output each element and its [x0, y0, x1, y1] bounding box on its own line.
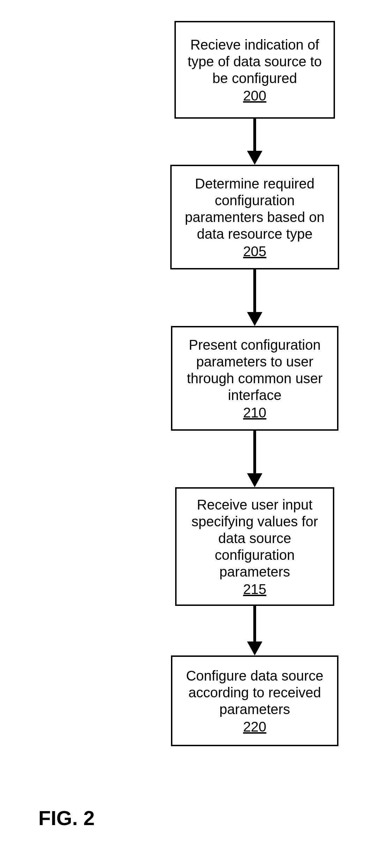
flow-step-ref: 210 — [243, 405, 267, 421]
flow-step-205: Determine required configuration paramen… — [170, 165, 339, 269]
flow-step-text: Receive user input specifying values for… — [184, 496, 326, 580]
arrow-down-icon — [247, 473, 262, 487]
flow-step-text: Configure data source according to recei… — [179, 667, 330, 718]
flow-step-text: Present configuration parameters to user… — [179, 336, 330, 403]
flow-arrow — [253, 119, 256, 154]
arrow-down-icon — [247, 641, 262, 655]
flow-step-ref: 215 — [243, 581, 267, 597]
flow-step-210: Present configuration parameters to user… — [171, 326, 338, 431]
flow-step-text: Recieve indication of type of data sourc… — [183, 36, 327, 87]
flow-arrow — [253, 269, 256, 315]
arrow-down-icon — [247, 151, 262, 165]
flow-step-200: Recieve indication of type of data sourc… — [174, 21, 335, 119]
flow-step-220: Configure data source according to recei… — [171, 655, 338, 746]
figure-caption: FIG. 2 — [38, 806, 95, 830]
flow-step-text: Determine required configuration paramen… — [179, 175, 331, 242]
flow-step-215: Receive user input specifying values for… — [175, 487, 334, 606]
flow-arrow — [253, 431, 256, 476]
arrow-down-icon — [247, 312, 262, 326]
flow-step-ref: 220 — [243, 719, 267, 735]
flow-step-ref: 200 — [243, 88, 267, 104]
flow-arrow — [253, 606, 256, 644]
flow-step-ref: 205 — [243, 244, 267, 259]
